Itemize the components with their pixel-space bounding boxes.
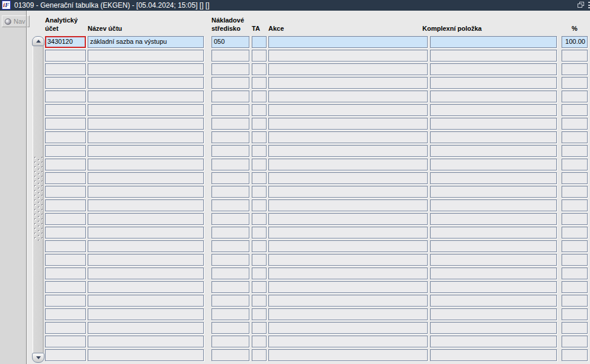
cell-komplexni-polozka[interactable] bbox=[430, 104, 557, 116]
cell-akce[interactable] bbox=[268, 240, 428, 252]
cell-nakladove-stredisko[interactable] bbox=[211, 172, 249, 184]
cell-ta[interactable] bbox=[252, 199, 267, 211]
cell-percent[interactable] bbox=[562, 281, 588, 293]
cell-percent[interactable] bbox=[562, 159, 588, 170]
cell-nakladove-stredisko[interactable] bbox=[211, 268, 249, 279]
cell-nazev-uctu[interactable] bbox=[88, 268, 204, 279]
cell-nazev-uctu[interactable] bbox=[88, 199, 204, 211]
cell-nazev-uctu[interactable] bbox=[88, 240, 204, 252]
cell-analyticky-ucet[interactable] bbox=[45, 50, 86, 62]
cell-nazev-uctu[interactable] bbox=[88, 281, 204, 293]
cell-analyticky-ucet[interactable] bbox=[45, 172, 86, 184]
cell-nakladove-stredisko[interactable] bbox=[211, 199, 249, 211]
cell-akce[interactable] bbox=[268, 91, 428, 102]
cell-percent[interactable] bbox=[562, 268, 588, 279]
cell-analyticky-ucet[interactable] bbox=[45, 322, 86, 334]
cell-akce[interactable] bbox=[268, 77, 428, 89]
cell-ta[interactable] bbox=[252, 145, 267, 157]
cell-akce[interactable] bbox=[268, 295, 428, 307]
cell-komplexni-polozka[interactable] bbox=[430, 172, 557, 184]
cell-percent[interactable] bbox=[562, 77, 588, 89]
cell-percent[interactable] bbox=[562, 336, 588, 347]
cell-nakladove-stredisko[interactable] bbox=[211, 104, 249, 116]
cell-percent[interactable] bbox=[562, 254, 588, 266]
cell-percent[interactable] bbox=[562, 145, 588, 157]
cell-nakladove-stredisko[interactable] bbox=[211, 295, 249, 307]
cell-nakladove-stredisko[interactable] bbox=[211, 281, 249, 293]
cell-percent[interactable]: 100.00 bbox=[562, 36, 588, 48]
cell-analyticky-ucet[interactable] bbox=[45, 349, 86, 361]
cell-nazev-uctu[interactable] bbox=[88, 295, 204, 307]
cell-analyticky-ucet[interactable] bbox=[45, 295, 86, 307]
cell-komplexni-polozka[interactable] bbox=[430, 77, 557, 89]
cell-percent[interactable] bbox=[562, 308, 588, 320]
cell-komplexni-polozka[interactable] bbox=[430, 131, 557, 143]
cell-ta[interactable] bbox=[252, 172, 267, 184]
cell-nazev-uctu[interactable] bbox=[88, 227, 204, 239]
cell-akce[interactable] bbox=[268, 308, 428, 320]
scrollbar-thumb[interactable] bbox=[34, 157, 43, 241]
cell-percent[interactable] bbox=[562, 63, 588, 75]
cell-analyticky-ucet[interactable] bbox=[45, 240, 86, 252]
cell-percent[interactable] bbox=[562, 322, 588, 334]
cell-analyticky-ucet[interactable] bbox=[45, 91, 86, 102]
cell-percent[interactable] bbox=[562, 104, 588, 116]
cell-nazev-uctu[interactable]: základní sazba na výstupu bbox=[88, 36, 204, 48]
restore-window-icon[interactable] bbox=[578, 2, 585, 8]
cell-akce[interactable] bbox=[268, 186, 428, 198]
cell-komplexni-polozka[interactable] bbox=[430, 254, 557, 266]
cell-analyticky-ucet[interactable] bbox=[45, 308, 86, 320]
cell-komplexni-polozka[interactable] bbox=[430, 349, 557, 361]
cell-nakladove-stredisko[interactable] bbox=[211, 145, 249, 157]
cell-percent[interactable] bbox=[562, 240, 588, 252]
cell-akce[interactable] bbox=[268, 172, 428, 184]
cell-ta[interactable] bbox=[252, 50, 267, 62]
cell-komplexni-polozka[interactable] bbox=[430, 145, 557, 157]
cell-nakladove-stredisko[interactable] bbox=[211, 186, 249, 198]
cell-percent[interactable] bbox=[562, 131, 588, 143]
cell-akce[interactable] bbox=[268, 349, 428, 361]
cell-analyticky-ucet[interactable] bbox=[45, 104, 86, 116]
cell-ta[interactable] bbox=[252, 349, 267, 361]
cell-percent[interactable] bbox=[562, 91, 588, 102]
cell-analyticky-ucet[interactable] bbox=[45, 254, 86, 266]
cell-analyticky-ucet[interactable] bbox=[45, 131, 86, 143]
cell-percent[interactable] bbox=[562, 172, 588, 184]
cell-ta[interactable] bbox=[252, 295, 267, 307]
cell-nakladove-stredisko[interactable] bbox=[211, 254, 249, 266]
cell-nazev-uctu[interactable] bbox=[88, 172, 204, 184]
cell-analyticky-ucet[interactable] bbox=[45, 63, 86, 75]
cell-ta[interactable] bbox=[252, 240, 267, 252]
cell-nakladove-stredisko[interactable] bbox=[211, 118, 249, 130]
cell-akce[interactable] bbox=[268, 254, 428, 266]
scroll-up-button[interactable] bbox=[32, 36, 44, 46]
cell-ta[interactable] bbox=[252, 322, 267, 334]
cell-nakladove-stredisko[interactable] bbox=[211, 322, 249, 334]
cell-nazev-uctu[interactable] bbox=[88, 104, 204, 116]
cell-ta[interactable] bbox=[252, 63, 267, 75]
cell-komplexni-polozka[interactable] bbox=[430, 199, 557, 211]
cell-akce[interactable] bbox=[268, 36, 428, 48]
cell-komplexni-polozka[interactable] bbox=[430, 213, 557, 225]
cell-nazev-uctu[interactable] bbox=[88, 349, 204, 361]
cell-analyticky-ucet[interactable] bbox=[45, 186, 86, 198]
cell-nazev-uctu[interactable] bbox=[88, 254, 204, 266]
cell-komplexni-polozka[interactable] bbox=[430, 63, 557, 75]
cell-percent[interactable] bbox=[562, 118, 588, 130]
cell-percent[interactable] bbox=[562, 349, 588, 361]
cell-analyticky-ucet[interactable] bbox=[45, 227, 86, 239]
cell-nakladove-stredisko[interactable] bbox=[211, 349, 249, 361]
cell-komplexni-polozka[interactable] bbox=[430, 295, 557, 307]
cell-akce[interactable] bbox=[268, 213, 428, 225]
cell-akce[interactable] bbox=[268, 50, 428, 62]
cell-nakladove-stredisko[interactable] bbox=[211, 131, 249, 143]
cell-nazev-uctu[interactable] bbox=[88, 63, 204, 75]
cell-ta[interactable] bbox=[252, 159, 267, 170]
scroll-down-button[interactable] bbox=[32, 353, 44, 363]
cell-nazev-uctu[interactable] bbox=[88, 118, 204, 130]
cell-nakladove-stredisko[interactable] bbox=[211, 50, 249, 62]
cell-analyticky-ucet[interactable] bbox=[45, 199, 86, 211]
cell-nakladove-stredisko[interactable] bbox=[211, 159, 249, 170]
cell-akce[interactable] bbox=[268, 145, 428, 157]
cell-nakladove-stredisko[interactable] bbox=[211, 63, 249, 75]
